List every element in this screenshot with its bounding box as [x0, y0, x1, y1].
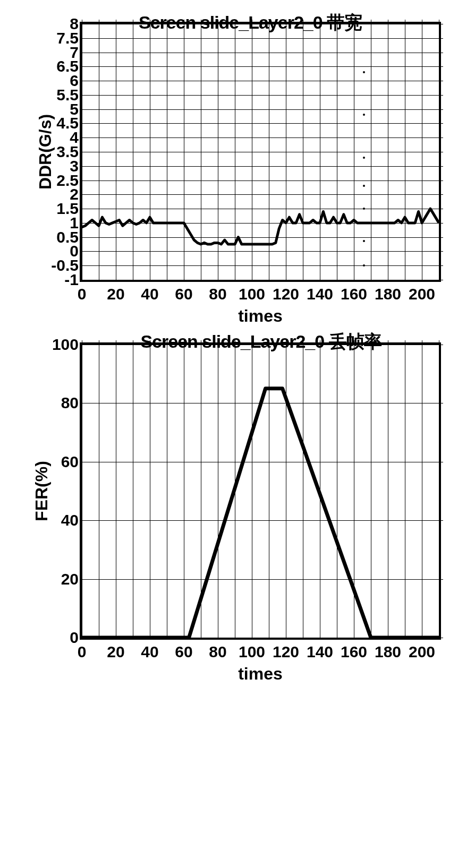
x-tick-label: 0: [78, 285, 87, 303]
x-tick-label: 120: [273, 643, 299, 661]
y-axis-label: FER(%): [32, 461, 52, 521]
y-tick-label: 60: [61, 453, 79, 471]
x-tick-label: 200: [409, 285, 435, 303]
x-tick-label: 40: [141, 285, 158, 303]
x-tick-label: 200: [409, 643, 435, 661]
x-tick-label: 20: [107, 643, 124, 661]
x-tick-label: 100: [239, 643, 265, 661]
y-tick-label: 80: [61, 394, 79, 412]
x-tick-label: 20: [107, 285, 124, 303]
data-line: [82, 345, 439, 638]
plot-area: 020406080100120140160180200020406080100: [80, 342, 441, 640]
x-tick-label: 100: [239, 285, 265, 303]
x-tick-label: 160: [341, 643, 367, 661]
y-tick-label: 0: [70, 629, 79, 647]
x-tick-label: 140: [307, 643, 333, 661]
chart-ddr-bandwidth: Screen slide_Layer2_0 带宽 020406080100120…: [11, 11, 447, 282]
x-tick-label: 0: [78, 643, 87, 661]
x-axis-label: times: [238, 306, 283, 326]
y-tick-label: 20: [61, 570, 79, 588]
y-tick-label: 40: [61, 511, 79, 529]
y-axis-label: DDR(G/s): [36, 114, 55, 190]
plot-area: 020406080100120140160180200-1-0.500.511.…: [80, 22, 441, 282]
chart-title: Screen slide_Layer2_0 丢帧率: [74, 330, 447, 354]
chart-title: Screen slide_Layer2_0 带宽: [53, 11, 447, 35]
x-tick-label: 80: [209, 643, 226, 661]
x-tick-label: 140: [307, 285, 333, 303]
x-axis-label: times: [238, 664, 283, 684]
x-tick-label: 120: [273, 285, 299, 303]
x-tick-label: 60: [175, 285, 192, 303]
x-tick-label: 40: [141, 643, 158, 661]
x-tick-label: 80: [209, 285, 226, 303]
x-tick-label: 180: [375, 643, 401, 661]
x-tick-label: 180: [375, 285, 401, 303]
x-tick-label: 160: [341, 285, 367, 303]
x-tick-label: 60: [175, 643, 192, 661]
chart-fer: Screen slide_Layer2_0 丢帧率 02040608010012…: [11, 330, 447, 640]
